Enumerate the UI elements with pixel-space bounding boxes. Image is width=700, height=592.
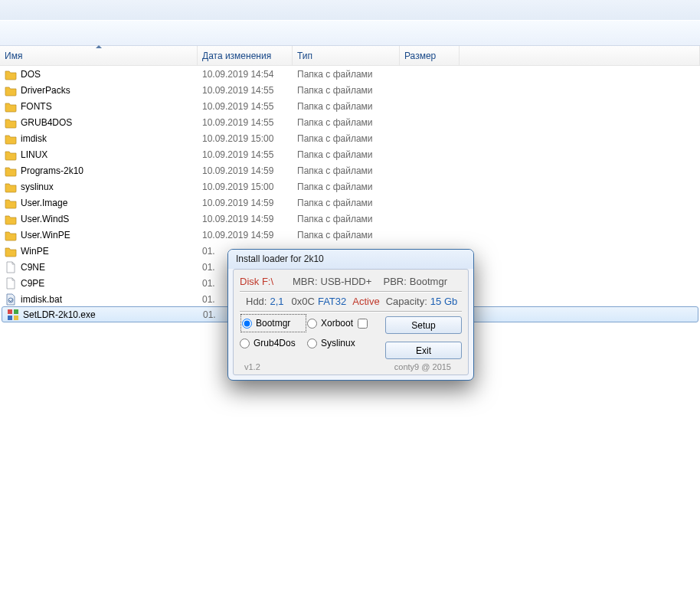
divider-1 xyxy=(240,291,462,292)
file-type: Папка с файлами xyxy=(293,133,400,144)
hdd-value: 2,1 xyxy=(270,296,283,307)
file-name: User.Image xyxy=(21,198,67,208)
folder-icon xyxy=(5,229,17,241)
option-syslinux[interactable]: Syslinux xyxy=(307,333,375,353)
folder-icon xyxy=(5,197,17,209)
window-titlebar xyxy=(0,0,700,20)
dialog-title: Install loader for 2k10 xyxy=(228,250,473,269)
option-grub4dos[interactable]: Grub4Dos xyxy=(240,333,307,353)
radio-syslinux[interactable] xyxy=(307,339,317,348)
file-name: User.WindS xyxy=(21,214,69,224)
file-name: syslinux xyxy=(21,182,54,192)
file-date: 10.09.2019 14:55 xyxy=(198,101,293,112)
pbr-value: Bootmgr xyxy=(410,276,447,287)
folder-icon xyxy=(5,165,17,177)
file-name: imdisk.bat xyxy=(21,294,62,305)
header-date[interactable]: Дата изменения xyxy=(198,46,293,65)
file-row[interactable]: Programs-2k1010.09.2019 14:59Папка с фай… xyxy=(0,162,700,178)
file-date: 10.09.2019 14:54 xyxy=(198,69,293,80)
column-headers: Имя Дата изменения Тип Размер xyxy=(0,46,700,66)
folder-icon xyxy=(5,116,17,129)
file-row[interactable]: User.WinPE10.09.2019 14:59Папка с файлам… xyxy=(0,227,700,243)
part-status: Active xyxy=(352,296,379,307)
file-row[interactable]: DriverPacks10.09.2019 14:55Папка с файла… xyxy=(0,82,700,98)
radio-bootmgr[interactable] xyxy=(242,319,252,329)
file-row[interactable]: syslinux10.09.2019 15:00Папка с файлами xyxy=(0,178,700,195)
fs-code: 0x0C xyxy=(292,296,315,307)
file-name: C9NE xyxy=(21,262,45,273)
file-date: 10.09.2019 14:55 xyxy=(198,117,293,128)
file-type: Папка с файлами xyxy=(293,198,400,208)
mbr-label: MBR: xyxy=(293,276,318,287)
file-name: FONTS xyxy=(21,101,52,112)
option-bootmgr[interactable]: Bootmgr xyxy=(240,313,307,333)
batch-file-icon xyxy=(5,293,17,306)
radio-grub4dos[interactable] xyxy=(240,339,250,348)
header-size[interactable]: Размер xyxy=(400,46,460,65)
file-name: C9PE xyxy=(21,278,44,289)
file-row[interactable]: imdisk10.09.2019 15:00Папка с файлами xyxy=(0,130,700,146)
file-date: 10.09.2019 14:59 xyxy=(198,214,293,224)
file-row[interactable]: FONTS10.09.2019 14:55Папка с файлами xyxy=(0,98,700,114)
file-name: imdisk xyxy=(21,133,47,144)
folder-icon xyxy=(5,100,17,113)
file-row[interactable]: User.WindS10.09.2019 14:59Папка с файлам… xyxy=(0,211,700,227)
header-type[interactable]: Тип xyxy=(293,46,400,65)
file-type: Папка с файлами xyxy=(293,149,400,160)
file-date: 10.09.2019 15:00 xyxy=(198,133,293,144)
file-date: 10.09.2019 14:55 xyxy=(198,149,293,160)
folder-icon xyxy=(5,84,17,96)
pbr-label: PBR: xyxy=(384,276,407,287)
window-toolbar xyxy=(0,20,700,46)
file-row[interactable]: LINUX10.09.2019 14:55Папка с файлами xyxy=(0,146,700,162)
file-date: 10.09.2019 14:59 xyxy=(198,230,293,240)
version-label: v1.2 xyxy=(244,362,260,371)
dialog-footer: v1.2 conty9 @ 2015 xyxy=(240,361,462,371)
file-name: Programs-2k10 xyxy=(21,165,83,176)
file-row[interactable]: User.Image10.09.2019 14:59Папка с файлам… xyxy=(0,195,700,211)
file-date: 10.09.2019 14:59 xyxy=(198,165,293,176)
dialog-body: Disk F:\ MBR: USB-HDD+ PBR: Bootmgr Hdd:… xyxy=(233,269,469,375)
file-name: SetLDR-2k10.exe xyxy=(23,309,96,320)
file-date: 10.09.2019 14:55 xyxy=(198,85,293,96)
xorboot-checkbox[interactable] xyxy=(358,319,368,329)
folder-icon xyxy=(5,132,17,145)
loader-options: Bootmgr Xorboot Grub4Dos Syslinux xyxy=(240,313,375,361)
file-name: LINUX xyxy=(21,149,47,160)
file-type: Папка с файлами xyxy=(293,101,400,112)
file-type: Папка с файлами xyxy=(293,165,400,176)
folder-icon xyxy=(5,213,17,225)
file-type: Папка с файлами xyxy=(293,230,400,240)
radio-xorboot[interactable] xyxy=(307,319,317,329)
capacity-label: Capacity: xyxy=(386,296,427,307)
header-spacer xyxy=(460,46,700,65)
file-type: Папка с файлами xyxy=(293,214,400,224)
file-type: Папка с файлами xyxy=(293,69,400,80)
folder-icon xyxy=(5,181,17,193)
file-icon xyxy=(5,277,17,289)
disk-label: Disk F:\ xyxy=(240,276,289,287)
setup-button[interactable]: Setup xyxy=(385,316,462,334)
file-type: Папка с файлами xyxy=(293,182,400,192)
folder-icon xyxy=(5,245,17,257)
info-line-1: Disk F:\ MBR: USB-HDD+ PBR: Bootmgr xyxy=(240,273,462,289)
mbr-value: USB-HDD+ xyxy=(321,276,381,287)
folder-icon xyxy=(5,149,17,161)
credit-label: conty9 @ 2015 xyxy=(394,362,451,371)
capacity-value: 15 Gb xyxy=(430,296,457,307)
exit-button[interactable]: Exit xyxy=(385,342,462,359)
option-xorboot[interactable]: Xorboot xyxy=(307,313,375,333)
file-row[interactable]: DOS10.09.2019 14:54Папка с файлами xyxy=(0,66,700,82)
file-name: WinPE xyxy=(21,246,49,257)
file-date: 10.09.2019 14:59 xyxy=(198,198,293,208)
header-name[interactable]: Имя xyxy=(0,46,198,65)
file-date: 10.09.2019 15:00 xyxy=(198,182,293,192)
file-row[interactable]: GRUB4DOS10.09.2019 14:55Папка с файлами xyxy=(0,114,700,130)
file-name: DOS xyxy=(21,69,41,80)
file-name: GRUB4DOS xyxy=(21,117,72,128)
hdd-label: Hdd: xyxy=(246,296,267,307)
install-loader-dialog: Install loader for 2k10 Disk F:\ MBR: US… xyxy=(227,249,474,381)
file-icon xyxy=(5,261,17,273)
file-name: User.WinPE xyxy=(21,230,70,240)
file-type: Папка с файлами xyxy=(293,117,400,128)
